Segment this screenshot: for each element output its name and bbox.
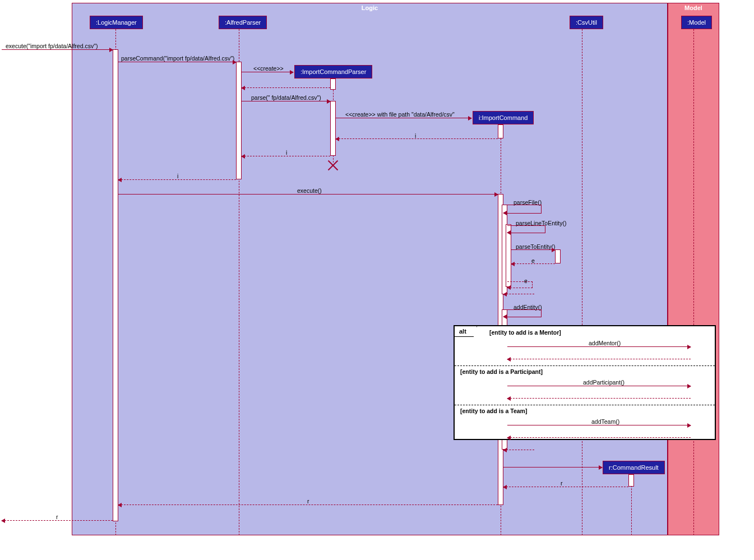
- logic-frame-title: Logic: [362, 4, 378, 11]
- arrow-add-mentor-ret: [507, 359, 691, 359]
- activation-csv-parse: [555, 249, 561, 263]
- arrow-add-participant-ret: [507, 398, 691, 399]
- arrow-create-cr: [503, 467, 602, 468]
- arrow-add-team-ret: [507, 437, 691, 438]
- msg-execute: execute(): [297, 187, 322, 194]
- arrow-ret-r2: [118, 505, 498, 505]
- arrow-ret-r1: [503, 487, 628, 487]
- activation-logic-manager: [113, 49, 118, 521]
- alt-guard-1: [entity to add is a Mentor]: [489, 329, 561, 336]
- arrow-parse-command: [118, 62, 236, 62]
- msg-parse-command: parseCommand("import fp/data/Alfred.csv"…: [121, 55, 234, 62]
- alt-div-2: [455, 405, 715, 405]
- msg-ret-i2: i: [286, 149, 287, 156]
- msg-ret-i3: i: [177, 173, 178, 179]
- participant-import-command-parser: :ImportCommandParser: [294, 65, 372, 78]
- lifeline-csv-util: [582, 29, 582, 535]
- participant-import-command: i:ImportCommand: [473, 111, 534, 124]
- arrow-create-ic: [336, 118, 471, 118]
- arrow-parse: [242, 101, 330, 101]
- alt-guard-2: [entity to add is a Participant]: [460, 368, 543, 375]
- participant-logic-manager: :LogicManager: [90, 16, 143, 29]
- arrow-execute: [118, 194, 498, 195]
- model-frame-title: Model: [684, 4, 702, 11]
- activation-alfred-parser: [236, 62, 242, 179]
- arrow-parse-line: [507, 225, 545, 233]
- msg-execute-import: execute("import fp/data/Alfred.csv"): [6, 43, 98, 49]
- arrow-ret-i2: [242, 156, 330, 156]
- arrow-ret-i1: [336, 138, 498, 139]
- alt-label: alt: [455, 326, 477, 337]
- arrow-ret-i3: [118, 179, 236, 180]
- arrow-add-team: [507, 425, 691, 425]
- msg-create-with-path: <<create>> with file path "data/Alfred/c…: [345, 111, 455, 118]
- arrow-ret-e2: [507, 281, 533, 288]
- msg-ret-r3: r: [56, 513, 58, 520]
- arrow-parse-file: [503, 205, 542, 214]
- msg-add-participant: addParticipant(): [583, 379, 625, 386]
- arrow-addent-ret: [503, 450, 534, 450]
- arrow-create1: [242, 72, 293, 72]
- alt-div-1: [455, 365, 715, 366]
- msg-parse: parse(" fp/data/Alfred.csv"): [251, 94, 321, 101]
- destroy-icon: [328, 159, 338, 169]
- msg-ret-r1: r: [561, 480, 563, 487]
- arrow-ret-e1: [511, 263, 555, 264]
- activation-ic-1: [498, 124, 503, 138]
- msg-add-mentor: addMentor(): [589, 340, 621, 346]
- participant-alfred-parser: :AlfredParser: [219, 16, 267, 29]
- participant-csv-util: :CsvUtil: [570, 16, 603, 29]
- arrow-ret-r3: [2, 520, 113, 521]
- arrow-add-entity: [503, 309, 542, 317]
- arrow-execute-import: [2, 49, 113, 50]
- participant-command-result: r:CommandResult: [603, 461, 665, 474]
- arrow-add-mentor: [507, 346, 691, 347]
- msg-ret-r2: r: [307, 498, 309, 505]
- participant-model: :Model: [681, 16, 712, 29]
- alt-guard-3: [entity to add is a Team]: [460, 408, 527, 414]
- activation-icp-1: [330, 78, 336, 90]
- arrow-pf-ret: [503, 294, 534, 294]
- arrow-parse-to-entity: [511, 249, 555, 250]
- lifeline-model: [693, 29, 694, 535]
- activation-icp-2: [330, 101, 336, 156]
- logic-frame: Logic: [72, 3, 668, 535]
- arrow-create1-ret: [242, 87, 330, 88]
- activation-cr: [628, 474, 634, 487]
- msg-create1: <<create>>: [253, 65, 284, 72]
- msg-add-team: addTeam(): [591, 418, 619, 425]
- arrow-add-participant: [507, 386, 691, 386]
